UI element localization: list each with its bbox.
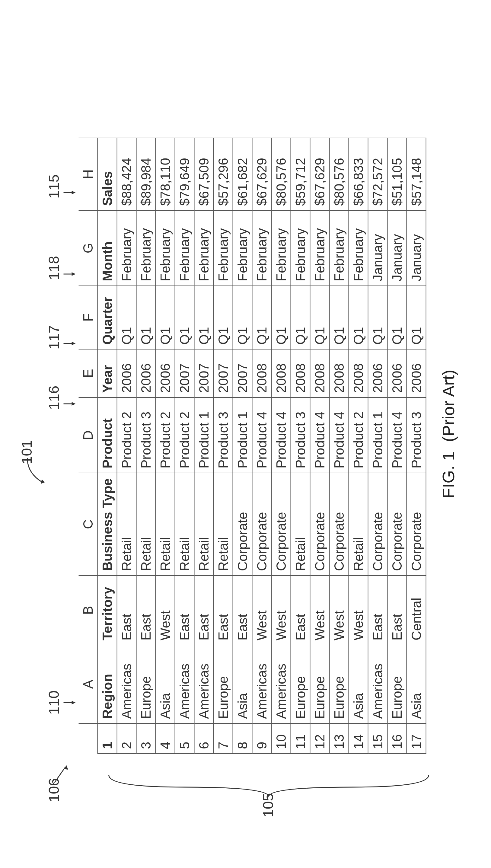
row-header[interactable]: 5	[175, 723, 194, 754]
cell[interactable]: Product 2	[155, 398, 175, 473]
cell[interactable]: $51,105	[387, 138, 406, 210]
cell[interactable]: 2008	[252, 349, 271, 398]
cell[interactable]: Americas	[368, 645, 387, 723]
cell[interactable]: Q1	[329, 286, 349, 349]
cell[interactable]: $57,296	[213, 138, 233, 210]
cell[interactable]: Q1	[213, 286, 233, 349]
row-header[interactable]: 14	[349, 723, 368, 754]
cell[interactable]: $72,572	[368, 138, 387, 210]
cell[interactable]: $61,682	[233, 138, 252, 210]
cell[interactable]: 2007	[213, 349, 233, 398]
row-header[interactable]: 6	[194, 723, 213, 754]
cell[interactable]: Product 3	[406, 398, 426, 473]
header-sales[interactable]: Sales	[97, 138, 117, 210]
cell[interactable]: Product 1	[194, 398, 213, 473]
cell[interactable]: Q1	[368, 286, 387, 349]
cell[interactable]: 2008	[329, 349, 349, 398]
header-product[interactable]: Product	[97, 398, 117, 473]
cell[interactable]: Q1	[175, 286, 194, 349]
header-business-type[interactable]: Business Type	[97, 473, 117, 576]
cell[interactable]: Product 2	[349, 398, 368, 473]
cell[interactable]: West	[310, 576, 329, 645]
row-header[interactable]: 15	[368, 723, 387, 754]
cell[interactable]: February	[155, 210, 175, 286]
row-header[interactable]: 2	[117, 723, 136, 754]
col-header-F[interactable]: F	[79, 286, 97, 349]
cell[interactable]: Q1	[310, 286, 329, 349]
cell[interactable]: East	[387, 576, 406, 645]
row-header-1[interactable]: 1	[97, 723, 117, 754]
row-header[interactable]: 11	[291, 723, 310, 754]
col-header-C[interactable]: C	[79, 473, 97, 576]
cell[interactable]: Product 4	[329, 398, 349, 473]
cell[interactable]: West	[271, 576, 291, 645]
cell[interactable]: 2007	[175, 349, 194, 398]
cell[interactable]: Product 1	[233, 398, 252, 473]
cell[interactable]: Product 3	[213, 398, 233, 473]
cell[interactable]: West	[329, 576, 349, 645]
cell[interactable]: Product 4	[310, 398, 329, 473]
cell[interactable]: Product 1	[368, 398, 387, 473]
cell[interactable]: 2007	[233, 349, 252, 398]
cell[interactable]: $80,576	[271, 138, 291, 210]
header-quarter[interactable]: Quarter	[97, 286, 117, 349]
cell[interactable]: Europe	[136, 645, 155, 723]
cell[interactable]: Europe	[213, 645, 233, 723]
cell[interactable]: Europe	[310, 645, 329, 723]
row-header[interactable]: 4	[155, 723, 175, 754]
cell[interactable]: February	[136, 210, 155, 286]
cell[interactable]: East	[213, 576, 233, 645]
cell[interactable]: $67,629	[310, 138, 329, 210]
cell[interactable]: Product 4	[387, 398, 406, 473]
col-header-E[interactable]: E	[79, 349, 97, 398]
cell[interactable]: Retail	[194, 473, 213, 576]
cell[interactable]: $80,576	[329, 138, 349, 210]
cell[interactable]: February	[194, 210, 213, 286]
cell[interactable]: Q1	[117, 286, 136, 349]
cell[interactable]: West	[252, 576, 271, 645]
row-header[interactable]: 10	[271, 723, 291, 754]
cell[interactable]: January	[406, 210, 426, 286]
cell[interactable]: Central	[406, 576, 426, 645]
cell[interactable]: Retail	[155, 473, 175, 576]
cell[interactable]: Product 3	[136, 398, 155, 473]
header-territory[interactable]: Territory	[97, 576, 117, 645]
cell[interactable]: January	[387, 210, 406, 286]
cell[interactable]: East	[136, 576, 155, 645]
cell[interactable]: February	[291, 210, 310, 286]
cell[interactable]: Q1	[271, 286, 291, 349]
cell[interactable]: Corporate	[406, 473, 426, 576]
cell[interactable]: $67,629	[252, 138, 271, 210]
cell[interactable]: Q1	[291, 286, 310, 349]
row-header[interactable]: 8	[233, 723, 252, 754]
cell[interactable]: Corporate	[271, 473, 291, 576]
row-header[interactable]: 12	[310, 723, 329, 754]
cell[interactable]: Product 2	[175, 398, 194, 473]
cell[interactable]: $78,110	[155, 138, 175, 210]
cell[interactable]: $67,509	[194, 138, 213, 210]
cell[interactable]: Asia	[233, 645, 252, 723]
cell[interactable]: East	[194, 576, 213, 645]
cell[interactable]: February	[213, 210, 233, 286]
cell[interactable]: Americas	[175, 645, 194, 723]
cell[interactable]: East	[175, 576, 194, 645]
cell[interactable]: 2006	[406, 349, 426, 398]
cell[interactable]: Retail	[213, 473, 233, 576]
row-header[interactable]: 3	[136, 723, 155, 754]
cell[interactable]: $59,712	[291, 138, 310, 210]
cell[interactable]: Retail	[175, 473, 194, 576]
cell[interactable]: Americas	[117, 645, 136, 723]
cell[interactable]: February	[175, 210, 194, 286]
cell[interactable]: Product 2	[117, 398, 136, 473]
cell[interactable]: Corporate	[310, 473, 329, 576]
cell[interactable]: $66,833	[349, 138, 368, 210]
row-header[interactable]: 9	[252, 723, 271, 754]
cell[interactable]: East	[368, 576, 387, 645]
cell[interactable]: Q1	[406, 286, 426, 349]
cell[interactable]: Europe	[291, 645, 310, 723]
cell[interactable]: East	[117, 576, 136, 645]
cell[interactable]: February	[117, 210, 136, 286]
cell[interactable]: February	[233, 210, 252, 286]
cell[interactable]: Asia	[406, 645, 426, 723]
cell[interactable]: February	[271, 210, 291, 286]
